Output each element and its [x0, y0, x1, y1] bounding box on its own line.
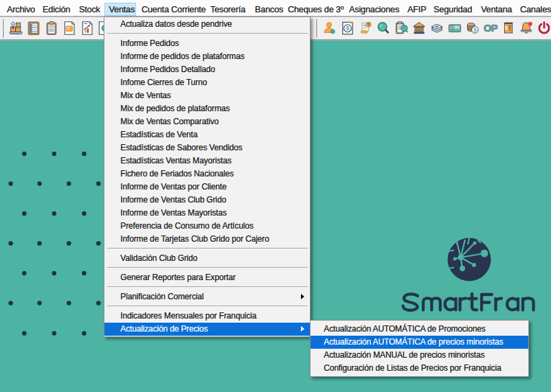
svg-text:$: $ [346, 25, 349, 32]
svg-text:OP: OP [484, 23, 498, 34]
svg-text:$: $ [451, 25, 453, 29]
svg-text:$: $ [505, 25, 508, 31]
svg-text:$: $ [473, 27, 477, 33]
svg-text:$: $ [367, 22, 370, 27]
